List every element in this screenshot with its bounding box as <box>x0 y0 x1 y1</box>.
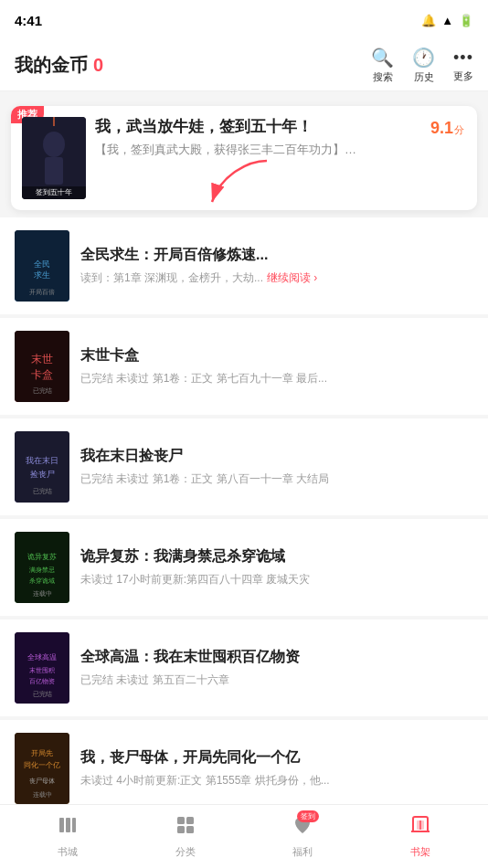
book-item-1[interactable]: 全民 求生 开局百倍 全民求生：开局百倍修炼速... 读到：第1章 深渊现，金榜… <box>0 217 488 314</box>
nav-welfare-label: 福利 <box>292 845 313 859</box>
svg-text:全球高温: 全球高温 <box>27 653 57 662</box>
more-icon: ••• <box>453 48 473 68</box>
svg-text:百亿物资: 百亿物资 <box>29 678 55 684</box>
history-action[interactable]: 🕐 历史 <box>412 47 435 84</box>
book-meta-6: 未读过 4小时前更新:正文 第1555章 烘托身份，他... <box>80 772 473 789</box>
bookshelf-icon <box>409 814 431 842</box>
book-item-2[interactable]: 末世 卡盒 已完结 末世卡盒 已完结 未读过 第1卷：正文 第七百九十一章 最后… <box>0 318 488 415</box>
more-action[interactable]: ••• 更多 <box>453 48 473 83</box>
header-title: 我的金币 0 <box>15 53 103 78</box>
category-icon <box>175 814 196 842</box>
header: 我的金币 0 🔍 搜索 🕐 历史 ••• 更多 <box>0 40 488 91</box>
nav-category-label: 分类 <box>175 845 196 859</box>
featured-cover-img: 武当 签到五十年 <box>22 117 86 199</box>
nav-bookshelf-label: 书架 <box>410 845 430 859</box>
book-cover-4: 诡异复苏 满身禁忌 杀穿诡域 连载中 <box>15 532 69 603</box>
cover-subtitle: 签到五十年 <box>22 186 86 199</box>
history-icon: 🕐 <box>412 47 435 69</box>
svg-text:已完结: 已完结 <box>33 387 52 394</box>
book-info-2: 末世卡盒 已完结 未读过 第1卷：正文 第七百九十一章 最后... <box>80 346 473 386</box>
svg-text:已完结: 已完结 <box>33 691 52 697</box>
book-title-5: 全球高温：我在末世囤积百亿物资 <box>80 648 473 667</box>
book-info-3: 我在末日捡丧尸 已完结 未读过 第1卷：正文 第八百一十一章 大结局 <box>80 447 473 487</box>
book-item-4[interactable]: 诡异复苏 满身禁忌 杀穿诡域 连载中 诡异复苏：我满身禁忌杀穿诡域 未读过 17… <box>0 519 488 616</box>
svg-text:杀穿诡域: 杀穿诡域 <box>29 577 55 584</box>
book-cover-1: 全民 求生 开局百倍 <box>15 230 69 302</box>
svg-text:连载中: 连载中 <box>33 791 52 798</box>
featured-card[interactable]: 推荐 <box>11 106 477 210</box>
featured-cover: 武当 签到五十年 <box>22 117 86 199</box>
header-actions: 🔍 搜索 🕐 历史 ••• 更多 <box>371 47 473 84</box>
nav-category[interactable]: 分类 <box>127 814 245 859</box>
wifi-icon: ▲ <box>441 14 453 27</box>
svg-text:同化一个亿: 同化一个亿 <box>24 761 60 769</box>
book-title-3: 我在末日捡丧尸 <box>80 447 473 466</box>
header-coin-count: 0 <box>93 55 103 76</box>
more-label: 更多 <box>453 69 473 83</box>
book-meta-5: 已完结 未读过 第五百二十六章 <box>80 672 473 688</box>
svg-rect-37 <box>59 818 64 832</box>
svg-point-2 <box>43 132 65 157</box>
book-meta-4: 未读过 17小时前更新:第四百八十四章 废城天灾 <box>80 571 473 587</box>
history-label: 历史 <box>414 70 434 84</box>
bookstore-icon <box>57 814 79 842</box>
nav-bookshelf[interactable]: 书架 <box>362 814 480 859</box>
rating-label: 分 <box>454 123 464 137</box>
svg-text:捡丧尸: 捡丧尸 <box>30 470 55 479</box>
search-icon: 🔍 <box>371 47 394 69</box>
continue-read-1[interactable]: 继续阅读 › <box>267 270 317 286</box>
search-label: 搜索 <box>373 70 393 84</box>
book-info-6: 我，丧尸母体，开局先同化一个亿 未读过 4小时前更新:正文 第1555章 烘托身… <box>80 748 473 789</box>
svg-text:末世: 末世 <box>31 353 53 365</box>
book-title-1: 全民求生：开局百倍修炼速... <box>80 246 473 265</box>
svg-text:求生: 求生 <box>34 270 50 280</box>
nav-bookstore[interactable]: 书城 <box>9 814 127 859</box>
svg-text:开局百倍: 开局百倍 <box>29 289 55 295</box>
svg-text:全民: 全民 <box>34 259 50 269</box>
book-cover-6: 开局先 同化一个亿 丧尸母体 连载中 <box>15 733 69 804</box>
notification-icon: 🔔 <box>421 14 436 27</box>
featured-inner: 武当 签到五十年 我，武当放牛娃，签到五十年！ 9.1 分 【我，签到真武大殿，… <box>22 117 466 199</box>
nav-bookstore-label: 书城 <box>58 845 78 859</box>
book-meta-1: 读到：第1章 深渊现，金榜升，大劫... 继续阅读 › <box>80 270 473 286</box>
svg-text:丧尸母体: 丧尸母体 <box>29 778 55 784</box>
featured-desc: 【我，签到真武大殿，获得张三丰二百年功力】… <box>95 141 466 159</box>
status-time: 4:41 <box>15 13 42 28</box>
book-title-6: 我，丧尸母体，开局先同化一个亿 <box>80 748 473 767</box>
book-meta-2: 已完结 未读过 第1卷：正文 第七百九十一章 最后... <box>80 370 473 386</box>
book-item-3[interactable]: 我在末日 捡丧尸 已完结 我在末日捡丧尸 已完结 未读过 第1卷：正文 第八百一… <box>0 418 488 515</box>
svg-text:诡异复苏: 诡异复苏 <box>27 553 57 561</box>
welfare-badge-container: 签到 <box>292 814 313 842</box>
welfare-badge: 签到 <box>297 810 319 822</box>
svg-rect-3 <box>45 157 63 185</box>
book-title-4: 诡异复苏：我满身禁忌杀穿诡域 <box>80 547 473 566</box>
svg-rect-41 <box>186 817 194 824</box>
book-info-5: 全球高温：我在末世囤积百亿物资 已完结 未读过 第五百二十六章 <box>80 648 473 688</box>
svg-rect-43 <box>186 826 194 833</box>
svg-text:已完结: 已完结 <box>33 488 52 494</box>
book-item-5[interactable]: 全球高温 末世囤积 百亿物资 已完结 全球高温：我在末世囤积百亿物资 已完结 未… <box>0 619 488 716</box>
book-info-4: 诡异复苏：我满身禁忌杀穿诡域 未读过 17小时前更新:第四百八十四章 废城天灾 <box>80 547 473 587</box>
book-item-6[interactable]: 开局先 同化一个亿 丧尸母体 连载中 我，丧尸母体，开局先同化一个亿 未读过 4… <box>0 720 488 817</box>
featured-title: 我，武当放牛娃，签到五十年！ <box>95 117 466 137</box>
svg-text:我在末日: 我在末日 <box>26 456 58 465</box>
book-meta-3: 已完结 未读过 第1卷：正文 第八百一十一章 大结局 <box>80 471 473 487</box>
svg-text:卡盒: 卡盒 <box>31 368 53 381</box>
svg-text:末世囤积: 末世囤积 <box>29 667 55 673</box>
svg-rect-39 <box>72 818 76 832</box>
status-bar: 4:41 🔔 ▲ 🔋 <box>0 0 488 40</box>
book-cover-5: 全球高温 末世囤积 百亿物资 已完结 <box>15 632 69 704</box>
rating-number: 9.1 <box>430 119 453 138</box>
featured-rating: 9.1 分 <box>430 119 464 138</box>
svg-rect-38 <box>66 818 70 832</box>
nav-welfare[interactable]: 签到 福利 <box>244 814 362 859</box>
book-cover-3: 我在末日 捡丧尸 已完结 <box>15 431 69 503</box>
book-info-1: 全民求生：开局百倍修炼速... 读到：第1章 深渊现，金榜升，大劫... 继续阅… <box>80 246 473 286</box>
svg-rect-42 <box>177 826 185 833</box>
status-icons: 🔔 ▲ 🔋 <box>421 14 473 27</box>
search-action[interactable]: 🔍 搜索 <box>371 47 394 84</box>
header-title-text: 我的金币 <box>15 53 88 78</box>
book-title-2: 末世卡盒 <box>80 346 473 365</box>
svg-text:开局先: 开局先 <box>31 749 53 757</box>
svg-rect-40 <box>177 817 185 824</box>
